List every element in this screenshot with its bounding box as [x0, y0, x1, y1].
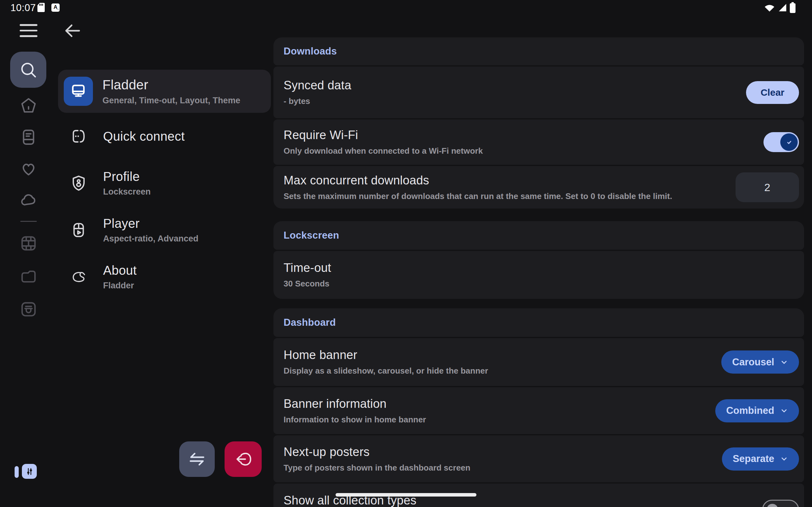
rail-item-search[interactable] — [10, 52, 46, 88]
row-title: Time-out — [284, 261, 786, 275]
chevron-down-icon — [780, 358, 788, 366]
wifi-icon — [764, 3, 775, 12]
settings-content: Downloads Synced data - bytes Clear Requ… — [273, 38, 804, 507]
notification-a-icon: A — [51, 3, 60, 12]
menu-item-subtitle: General, Time-out, Layout, Theme — [102, 96, 241, 106]
menu-item-player[interactable]: Player Aspect-ratio, Advanced — [58, 207, 271, 253]
menu-item-title: About — [103, 263, 137, 278]
menu-icon[interactable] — [20, 24, 38, 37]
row-title: Banner information — [284, 397, 703, 411]
check-icon — [784, 137, 794, 147]
setting-row-home-banner[interactable]: Home banner Display as a slideshow, caro… — [273, 338, 804, 386]
menu-item-about[interactable]: About Fladder — [58, 253, 271, 300]
menu-item-subtitle: Fladder — [103, 281, 137, 291]
menu-item-quick-connect[interactable]: Quick connect — [58, 113, 271, 160]
row-subtitle: Information to show in home banner — [284, 415, 703, 425]
toggle-thumb — [780, 133, 798, 151]
logout-button[interactable] — [224, 441, 262, 477]
menu-item-title: Fladder — [102, 77, 241, 93]
row-subtitle: - bytes — [284, 96, 733, 106]
row-title: Synced data — [284, 78, 733, 92]
clear-button[interactable]: Clear — [746, 81, 799, 104]
row-subtitle: Only download when connected to a Wi-Fi … — [284, 146, 751, 156]
section-header-dashboard: Dashboard — [273, 308, 804, 337]
dropdown-value: Combined — [726, 405, 774, 416]
menu-item-subtitle: Aspect-ratio, Advanced — [103, 234, 199, 244]
rail-item-sync[interactable] — [19, 191, 38, 210]
quick-settings-button[interactable] — [22, 464, 37, 479]
player-icon — [69, 221, 88, 239]
home-icon — [19, 96, 38, 115]
rail-item-collections[interactable] — [19, 300, 38, 319]
banner-information-dropdown[interactable]: Combined — [715, 399, 799, 422]
rail-item-media-library[interactable] — [19, 128, 38, 147]
cloud-icon — [19, 191, 38, 210]
library-book-icon — [19, 128, 38, 147]
chevron-down-icon — [780, 406, 788, 415]
row-title: Require Wi-Fi — [284, 128, 751, 142]
menu-item-title: Player — [103, 216, 199, 231]
chevron-down-icon — [780, 455, 788, 463]
swap-arrows-icon — [187, 449, 207, 469]
clock: 10:07 — [10, 2, 36, 14]
sd-card-icon — [38, 3, 45, 12]
cellular-signal-icon — [778, 3, 786, 12]
menu-item-subtitle: Lockscreen — [103, 187, 151, 197]
setting-row-banner-information[interactable]: Banner information Information to show i… — [273, 387, 804, 434]
rail-item-folders[interactable] — [19, 267, 38, 285]
horizontal-scrollbar[interactable] — [336, 493, 476, 497]
quick-connect-icon — [69, 127, 88, 146]
show-all-collection-types-toggle[interactable] — [762, 500, 799, 507]
dropdown-value: Carousel — [732, 356, 774, 368]
film-icon — [19, 234, 38, 252]
toggle-thumb — [767, 504, 778, 507]
menu-item-profile[interactable]: Profile Lockscreen — [58, 160, 271, 207]
battery-icon — [789, 2, 796, 13]
row-title: Next-up posters — [284, 445, 709, 459]
rail-item-home[interactable] — [19, 96, 38, 115]
row-subtitle: Type of posters shown in the dashboard s… — [284, 463, 709, 473]
row-subtitle: Sets the maximum number of downloads tha… — [284, 191, 723, 201]
sliders-icon — [25, 467, 34, 476]
setting-row-synced-data[interactable]: Synced data - bytes Clear — [273, 66, 804, 118]
rail-divider — [20, 221, 37, 222]
rail-item-favorites[interactable] — [19, 160, 38, 178]
menu-item-title: Quick connect — [103, 129, 185, 144]
fladder-settings-screen: 10:07 A — [0, 0, 812, 507]
search-icon — [18, 60, 38, 79]
row-subtitle: 30 Seconds — [284, 279, 786, 289]
row-subtitle: Display as a slideshow, carousel, or hid… — [284, 366, 709, 376]
status-bar: 10:07 A — [0, 0, 812, 15]
back-arrow-icon[interactable] — [63, 21, 83, 41]
next-up-posters-dropdown[interactable]: Separate — [722, 447, 799, 470]
row-title: Max concurrent downloads — [284, 174, 723, 187]
fladder-logo-icon — [69, 268, 88, 286]
setting-row-require-wifi[interactable]: Require Wi-Fi Only download when connect… — [273, 119, 804, 165]
switch-server-button[interactable] — [179, 441, 215, 477]
require-wifi-toggle[interactable] — [763, 132, 799, 152]
folder-icon — [19, 267, 38, 285]
setting-row-max-downloads[interactable]: Max concurrent downloads Sets the maximu… — [273, 166, 804, 209]
section-header-downloads: Downloads — [273, 38, 804, 65]
menu-item-title: Profile — [103, 170, 151, 184]
mini-pill-indicator — [14, 466, 19, 478]
settings-menu: Fladder General, Time-out, Layout, Theme… — [58, 70, 271, 300]
setting-row-next-up-posters[interactable]: Next-up posters Type of posters shown in… — [273, 435, 804, 482]
logout-icon — [233, 449, 253, 469]
monitor-icon — [64, 77, 93, 106]
menu-item-fladder[interactable]: Fladder General, Time-out, Layout, Theme — [58, 70, 271, 113]
dropdown-value: Separate — [733, 453, 774, 464]
rail-item-movies[interactable] — [19, 234, 38, 252]
collections-icon — [19, 300, 38, 319]
section-header-lockscreen: Lockscreen — [273, 221, 804, 250]
heart-icon — [19, 160, 38, 178]
max-downloads-value-field[interactable]: 2 — [735, 172, 799, 202]
home-banner-dropdown[interactable]: Carousel — [721, 350, 799, 374]
profile-shield-icon — [69, 174, 88, 192]
row-title: Home banner — [284, 348, 709, 362]
setting-row-timeout[interactable]: Time-out 30 Seconds — [273, 251, 804, 299]
